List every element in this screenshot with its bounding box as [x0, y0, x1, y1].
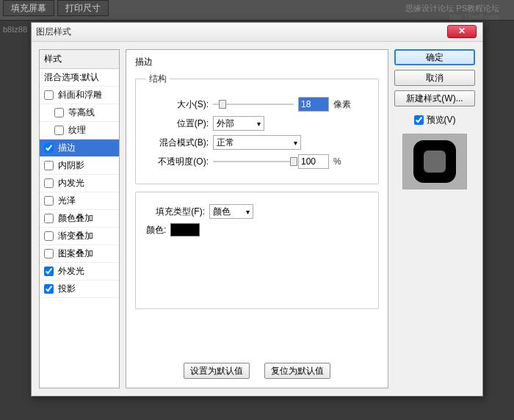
style-item-5[interactable]: 内发光	[40, 175, 119, 192]
style-item-label: 渐变叠加	[58, 230, 93, 242]
dialog-titlebar[interactable]: 图层样式 ✕	[32, 23, 482, 42]
stroke-panel: 描边 结构 大小(S): 像素 位置(P): 外部 混合模式(B): 正常	[126, 49, 388, 388]
style-item-checkbox[interactable]	[44, 267, 54, 276]
panel-title: 描边	[135, 56, 379, 68]
color-swatch[interactable]	[170, 223, 200, 236]
watermark-url: bbs.16xx8.com	[450, 13, 499, 21]
style-item-label: 光泽	[58, 195, 76, 207]
style-item-checkbox[interactable]	[54, 108, 64, 117]
close-icon: ✕	[458, 26, 466, 36]
style-item-label: 内阴影	[58, 159, 84, 172]
reset-default-button[interactable]: 复位为默认值	[264, 363, 330, 379]
style-item-checkbox[interactable]	[44, 214, 54, 223]
position-label: 位置(P):	[146, 117, 209, 130]
style-item-label: 颜色叠加	[58, 212, 93, 225]
style-item-6[interactable]: 光泽	[40, 192, 119, 210]
style-item-label: 外发光	[58, 265, 84, 278]
blend-options-row[interactable]: 混合选项:默认	[40, 69, 119, 87]
blend-mode-label: 混合模式(B):	[146, 137, 209, 149]
style-item-3[interactable]: 描边	[40, 140, 119, 157]
opacity-unit: %	[333, 156, 341, 167]
style-item-1[interactable]: 等高线	[40, 104, 119, 122]
style-list: 样式 混合选项:默认 斜面和浮雕等高线纹理描边内阴影内发光光泽颜色叠加渐变叠加图…	[39, 49, 120, 388]
style-item-10[interactable]: 外发光	[40, 263, 119, 280]
fill-fieldset: 填充类型(F): 颜色 颜色:	[135, 192, 379, 309]
style-item-label: 等高线	[68, 106, 95, 119]
preview-label: 预览(V)	[427, 114, 456, 126]
cancel-button[interactable]: 取消	[394, 70, 475, 86]
style-item-label: 图案叠加	[58, 247, 93, 260]
dialog-title: 图层样式	[36, 26, 71, 38]
style-item-checkbox[interactable]	[44, 196, 54, 206]
size-label: 大小(S):	[146, 98, 209, 111]
style-item-checkbox[interactable]	[44, 161, 54, 170]
blend-mode-select[interactable]: 正常	[213, 135, 301, 150]
style-item-2[interactable]: 纹理	[40, 122, 119, 140]
style-item-label: 投影	[58, 283, 76, 295]
preview-checkbox[interactable]	[414, 115, 424, 125]
fill-screen-button[interactable]: 填充屏幕	[3, 0, 54, 16]
close-button[interactable]: ✕	[447, 25, 477, 38]
style-item-checkbox[interactable]	[44, 90, 54, 100]
ok-button[interactable]: 确定	[394, 49, 475, 65]
style-item-checkbox[interactable]	[44, 231, 54, 241]
style-item-0[interactable]: 斜面和浮雕	[40, 87, 119, 104]
style-item-checkbox[interactable]	[44, 284, 54, 294]
filltype-select[interactable]: 颜色	[209, 204, 253, 219]
style-item-label: 斜面和浮雕	[58, 89, 102, 101]
position-select[interactable]: 外部	[213, 116, 264, 131]
preview-checkbox-row[interactable]: 预览(V)	[394, 114, 475, 126]
new-style-button[interactable]: 新建样式(W)...	[394, 90, 475, 106]
set-default-button[interactable]: 设置为默认值	[184, 363, 250, 379]
bg-tab-text: b8Iz88	[0, 22, 31, 37]
opacity-slider[interactable]	[213, 156, 294, 167]
watermark-text: 思缘设计论坛 PS教程论坛	[405, 3, 499, 14]
structure-fieldset: 结构 大小(S): 像素 位置(P): 外部 混合模式(B): 正常 不透明度(…	[135, 73, 379, 184]
style-item-checkbox[interactable]	[54, 126, 64, 135]
size-slider[interactable]	[213, 98, 294, 110]
size-unit: 像素	[333, 98, 351, 111]
opacity-label: 不透明度(O):	[146, 156, 209, 168]
style-item-4[interactable]: 内阴影	[40, 157, 119, 175]
right-column: 确定 取消 新建样式(W)... 预览(V)	[394, 49, 475, 388]
structure-legend: 结构	[146, 73, 170, 85]
style-item-checkbox[interactable]	[44, 178, 54, 188]
print-size-button[interactable]: 打印尺寸	[57, 0, 109, 16]
filltype-label: 填充类型(F):	[146, 206, 205, 218]
color-label: 颜色:	[146, 224, 166, 236]
opacity-input[interactable]	[298, 154, 329, 169]
style-item-11[interactable]: 投影	[40, 280, 119, 298]
style-item-9[interactable]: 图案叠加	[40, 245, 119, 263]
style-item-checkbox[interactable]	[44, 143, 54, 153]
size-input[interactable]	[298, 97, 329, 112]
style-item-8[interactable]: 渐变叠加	[40, 228, 119, 245]
style-item-checkbox[interactable]	[44, 249, 54, 258]
app-toolbar: 填充屏幕 打印尺寸 思缘设计论坛 PS教程论坛 bbs.16xx8.com	[0, 0, 514, 21]
style-item-label: 描边	[58, 142, 76, 154]
preview-shape	[413, 140, 456, 183]
style-item-label: 纹理	[68, 124, 86, 137]
layer-style-dialog: 图层样式 ✕ 样式 混合选项:默认 斜面和浮雕等高线纹理描边内阴影内发光光泽颜色…	[31, 22, 483, 397]
style-list-header: 样式	[40, 50, 119, 69]
preview-thumbnail	[402, 134, 467, 189]
style-item-7[interactable]: 颜色叠加	[40, 210, 119, 228]
style-item-label: 内发光	[58, 177, 84, 189]
